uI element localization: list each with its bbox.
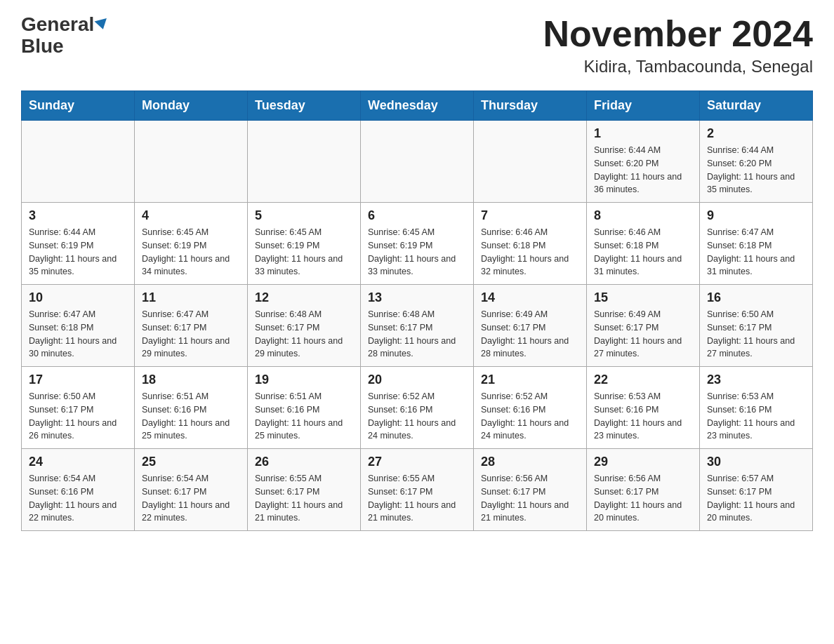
day-number: 27 (368, 455, 466, 469)
table-row: 10Sunrise: 6:47 AM Sunset: 6:18 PM Dayli… (22, 285, 135, 367)
page-header: General Blue November 2024 Kidira, Tamba… (21, 14, 813, 76)
day-number: 8 (594, 208, 692, 223)
table-row: 23Sunrise: 6:53 AM Sunset: 6:16 PM Dayli… (700, 367, 813, 449)
day-number: 20 (368, 373, 466, 387)
day-number: 3 (29, 208, 127, 223)
table-row: 21Sunrise: 6:52 AM Sunset: 6:16 PM Dayli… (474, 367, 587, 449)
table-row: 22Sunrise: 6:53 AM Sunset: 6:16 PM Dayli… (587, 367, 700, 449)
day-number: 7 (481, 208, 579, 223)
day-info: Sunrise: 6:49 AM Sunset: 6:17 PM Dayligh… (594, 308, 692, 361)
day-info: Sunrise: 6:50 AM Sunset: 6:17 PM Dayligh… (707, 308, 805, 361)
table-row: 17Sunrise: 6:50 AM Sunset: 6:17 PM Dayli… (22, 367, 135, 449)
logo-triangle-icon (95, 18, 110, 31)
table-row: 20Sunrise: 6:52 AM Sunset: 6:16 PM Dayli… (361, 367, 474, 449)
day-number: 18 (142, 373, 240, 387)
day-info: Sunrise: 6:44 AM Sunset: 6:19 PM Dayligh… (29, 226, 127, 279)
day-number: 29 (594, 455, 692, 469)
day-number: 9 (707, 208, 805, 223)
day-info: Sunrise: 6:46 AM Sunset: 6:18 PM Dayligh… (594, 226, 692, 279)
table-row: 28Sunrise: 6:56 AM Sunset: 6:17 PM Dayli… (474, 449, 587, 531)
day-info: Sunrise: 6:57 AM Sunset: 6:17 PM Dayligh… (707, 472, 805, 525)
calendar-week-row: 1Sunrise: 6:44 AM Sunset: 6:20 PM Daylig… (22, 121, 813, 203)
table-row: 19Sunrise: 6:51 AM Sunset: 6:16 PM Dayli… (248, 367, 361, 449)
day-number: 21 (481, 373, 579, 387)
day-info: Sunrise: 6:47 AM Sunset: 6:18 PM Dayligh… (29, 308, 127, 361)
day-number: 16 (707, 290, 805, 305)
day-info: Sunrise: 6:56 AM Sunset: 6:17 PM Dayligh… (481, 472, 579, 525)
table-row: 2Sunrise: 6:44 AM Sunset: 6:20 PM Daylig… (700, 121, 813, 203)
day-info: Sunrise: 6:51 AM Sunset: 6:16 PM Dayligh… (255, 390, 353, 443)
day-info: Sunrise: 6:47 AM Sunset: 6:17 PM Dayligh… (142, 308, 240, 361)
day-info: Sunrise: 6:56 AM Sunset: 6:17 PM Dayligh… (594, 472, 692, 525)
table-row: 24Sunrise: 6:54 AM Sunset: 6:16 PM Dayli… (22, 449, 135, 531)
table-row: 8Sunrise: 6:46 AM Sunset: 6:18 PM Daylig… (587, 203, 700, 285)
day-number: 14 (481, 290, 579, 305)
day-info: Sunrise: 6:52 AM Sunset: 6:16 PM Dayligh… (368, 390, 466, 443)
table-row: 27Sunrise: 6:55 AM Sunset: 6:17 PM Dayli… (361, 449, 474, 531)
day-number: 10 (29, 290, 127, 305)
table-row: 12Sunrise: 6:48 AM Sunset: 6:17 PM Dayli… (248, 285, 361, 367)
header-sunday: Sunday (22, 91, 135, 121)
calendar-week-row: 3Sunrise: 6:44 AM Sunset: 6:19 PM Daylig… (22, 203, 813, 285)
logo-blue: Blue (21, 36, 64, 58)
day-info: Sunrise: 6:50 AM Sunset: 6:17 PM Dayligh… (29, 390, 127, 443)
table-row: 5Sunrise: 6:45 AM Sunset: 6:19 PM Daylig… (248, 203, 361, 285)
table-row: 26Sunrise: 6:55 AM Sunset: 6:17 PM Dayli… (248, 449, 361, 531)
header-wednesday: Wednesday (361, 91, 474, 121)
day-info: Sunrise: 6:54 AM Sunset: 6:16 PM Dayligh… (29, 472, 127, 525)
table-row (248, 121, 361, 203)
header-monday: Monday (135, 91, 248, 121)
day-info: Sunrise: 6:55 AM Sunset: 6:17 PM Dayligh… (255, 472, 353, 525)
day-number: 12 (255, 290, 353, 305)
title-block: November 2024 Kidira, Tambacounda, Seneg… (543, 14, 813, 76)
table-row (361, 121, 474, 203)
day-number: 24 (29, 455, 127, 469)
day-info: Sunrise: 6:44 AM Sunset: 6:20 PM Dayligh… (707, 144, 805, 196)
day-number: 5 (255, 208, 353, 223)
table-row (474, 121, 587, 203)
table-row: 7Sunrise: 6:46 AM Sunset: 6:18 PM Daylig… (474, 203, 587, 285)
table-row (22, 121, 135, 203)
weekday-header-row: Sunday Monday Tuesday Wednesday Thursday… (22, 91, 813, 121)
table-row: 13Sunrise: 6:48 AM Sunset: 6:17 PM Dayli… (361, 285, 474, 367)
table-row: 1Sunrise: 6:44 AM Sunset: 6:20 PM Daylig… (587, 121, 700, 203)
day-info: Sunrise: 6:51 AM Sunset: 6:16 PM Dayligh… (142, 390, 240, 443)
table-row: 16Sunrise: 6:50 AM Sunset: 6:17 PM Dayli… (700, 285, 813, 367)
day-info: Sunrise: 6:53 AM Sunset: 6:16 PM Dayligh… (707, 390, 805, 443)
day-info: Sunrise: 6:54 AM Sunset: 6:17 PM Dayligh… (142, 472, 240, 525)
table-row: 25Sunrise: 6:54 AM Sunset: 6:17 PM Dayli… (135, 449, 248, 531)
day-info: Sunrise: 6:47 AM Sunset: 6:18 PM Dayligh… (707, 226, 805, 279)
day-number: 6 (368, 208, 466, 223)
day-info: Sunrise: 6:45 AM Sunset: 6:19 PM Dayligh… (368, 226, 466, 279)
header-saturday: Saturday (700, 91, 813, 121)
table-row: 15Sunrise: 6:49 AM Sunset: 6:17 PM Dayli… (587, 285, 700, 367)
header-tuesday: Tuesday (248, 91, 361, 121)
calendar-week-row: 10Sunrise: 6:47 AM Sunset: 6:18 PM Dayli… (22, 285, 813, 367)
day-number: 19 (255, 373, 353, 387)
day-number: 11 (142, 290, 240, 305)
table-row: 3Sunrise: 6:44 AM Sunset: 6:19 PM Daylig… (22, 203, 135, 285)
day-number: 2 (707, 126, 805, 141)
table-row: 29Sunrise: 6:56 AM Sunset: 6:17 PM Dayli… (587, 449, 700, 531)
table-row (135, 121, 248, 203)
day-number: 22 (594, 373, 692, 387)
calendar-subtitle: Kidira, Tambacounda, Senegal (543, 57, 813, 76)
logo-general: General (21, 14, 94, 36)
table-row: 11Sunrise: 6:47 AM Sunset: 6:17 PM Dayli… (135, 285, 248, 367)
day-number: 4 (142, 208, 240, 223)
table-row: 4Sunrise: 6:45 AM Sunset: 6:19 PM Daylig… (135, 203, 248, 285)
calendar-week-row: 17Sunrise: 6:50 AM Sunset: 6:17 PM Dayli… (22, 367, 813, 449)
table-row: 18Sunrise: 6:51 AM Sunset: 6:16 PM Dayli… (135, 367, 248, 449)
header-friday: Friday (587, 91, 700, 121)
day-number: 23 (707, 373, 805, 387)
day-info: Sunrise: 6:45 AM Sunset: 6:19 PM Dayligh… (142, 226, 240, 279)
day-number: 13 (368, 290, 466, 305)
calendar-title: November 2024 (543, 14, 813, 54)
day-number: 28 (481, 455, 579, 469)
day-info: Sunrise: 6:45 AM Sunset: 6:19 PM Dayligh… (255, 226, 353, 279)
day-info: Sunrise: 6:44 AM Sunset: 6:20 PM Dayligh… (594, 144, 692, 196)
day-info: Sunrise: 6:49 AM Sunset: 6:17 PM Dayligh… (481, 308, 579, 361)
day-info: Sunrise: 6:55 AM Sunset: 6:17 PM Dayligh… (368, 472, 466, 525)
table-row: 30Sunrise: 6:57 AM Sunset: 6:17 PM Dayli… (700, 449, 813, 531)
day-info: Sunrise: 6:52 AM Sunset: 6:16 PM Dayligh… (481, 390, 579, 443)
